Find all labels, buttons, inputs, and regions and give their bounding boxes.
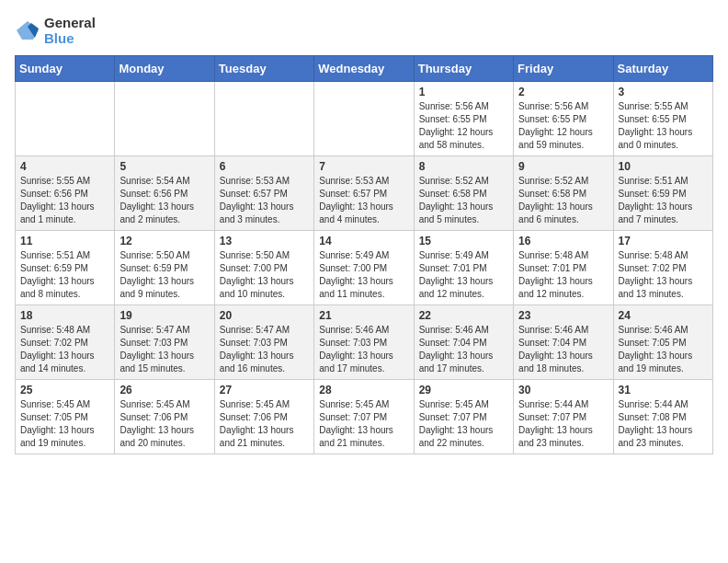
calendar-cell: 5Sunrise: 5:54 AM Sunset: 6:56 PM Daylig…	[115, 156, 214, 231]
calendar-cell: 16Sunrise: 5:48 AM Sunset: 7:01 PM Dayli…	[514, 231, 613, 305]
calendar-cell: 10Sunrise: 5:51 AM Sunset: 6:59 PM Dayli…	[613, 156, 712, 231]
day-number: 20	[220, 309, 309, 322]
day-number: 25	[20, 384, 109, 396]
day-number: 4	[20, 160, 109, 173]
weekday-sunday: Sunday	[16, 56, 115, 82]
calendar-cell: 26Sunrise: 5:45 AM Sunset: 7:06 PM Dayli…	[115, 380, 214, 454]
calendar-cell: 1Sunrise: 5:56 AM Sunset: 6:55 PM Daylig…	[414, 82, 513, 156]
day-info: Sunrise: 5:44 AM Sunset: 7:07 PM Dayligh…	[518, 398, 608, 450]
calendar-cell: 2Sunrise: 5:56 AM Sunset: 6:55 PM Daylig…	[514, 82, 613, 156]
day-info: Sunrise: 5:52 AM Sunset: 6:58 PM Dayligh…	[518, 175, 608, 226]
day-number: 18	[20, 309, 109, 322]
day-number: 22	[419, 309, 508, 322]
day-number: 3	[619, 86, 708, 98]
day-info: Sunrise: 5:50 AM Sunset: 7:00 PM Dayligh…	[220, 249, 309, 301]
calendar-cell: 18Sunrise: 5:48 AM Sunset: 7:02 PM Dayli…	[16, 305, 115, 380]
calendar-cell: 21Sunrise: 5:46 AM Sunset: 7:03 PM Dayli…	[314, 305, 414, 380]
calendar-cell: 11Sunrise: 5:51 AM Sunset: 6:59 PM Dayli…	[16, 231, 115, 305]
calendar-cell: 13Sunrise: 5:50 AM Sunset: 7:00 PM Dayli…	[214, 231, 313, 305]
day-info: Sunrise: 5:48 AM Sunset: 7:01 PM Dayligh…	[518, 249, 608, 301]
day-info: Sunrise: 5:54 AM Sunset: 6:56 PM Dayligh…	[119, 175, 209, 226]
day-info: Sunrise: 5:49 AM Sunset: 7:01 PM Dayligh…	[419, 249, 508, 301]
day-info: Sunrise: 5:45 AM Sunset: 7:07 PM Dayligh…	[419, 398, 508, 450]
day-number: 26	[119, 384, 209, 396]
calendar-week-2: 4Sunrise: 5:55 AM Sunset: 6:56 PM Daylig…	[16, 156, 713, 231]
calendar-cell	[314, 82, 414, 156]
calendar-cell: 6Sunrise: 5:53 AM Sunset: 6:57 PM Daylig…	[214, 156, 313, 231]
day-number: 13	[220, 235, 309, 247]
day-number: 8	[419, 160, 508, 173]
day-number: 2	[518, 86, 608, 98]
day-info: Sunrise: 5:48 AM Sunset: 7:02 PM Dayligh…	[619, 249, 708, 301]
day-info: Sunrise: 5:45 AM Sunset: 7:06 PM Dayligh…	[119, 398, 209, 450]
calendar-cell: 23Sunrise: 5:46 AM Sunset: 7:04 PM Dayli…	[514, 305, 613, 380]
weekday-header-row: SundayMondayTuesdayWednesdayThursdayFrid…	[16, 56, 713, 82]
day-number: 19	[119, 309, 209, 322]
day-info: Sunrise: 5:53 AM Sunset: 6:57 PM Dayligh…	[319, 175, 408, 226]
calendar-cell: 27Sunrise: 5:45 AM Sunset: 7:06 PM Dayli…	[214, 380, 313, 454]
calendar-cell: 7Sunrise: 5:53 AM Sunset: 6:57 PM Daylig…	[314, 156, 414, 231]
weekday-tuesday: Tuesday	[214, 56, 313, 82]
day-info: Sunrise: 5:48 AM Sunset: 7:02 PM Dayligh…	[20, 324, 109, 375]
day-number: 17	[619, 235, 708, 247]
day-info: Sunrise: 5:50 AM Sunset: 6:59 PM Dayligh…	[119, 249, 209, 301]
calendar-cell: 20Sunrise: 5:47 AM Sunset: 7:03 PM Dayli…	[214, 305, 313, 380]
calendar-table: SundayMondayTuesdayWednesdayThursdayFrid…	[15, 55, 713, 454]
day-info: Sunrise: 5:49 AM Sunset: 7:00 PM Dayligh…	[319, 249, 408, 301]
calendar-cell: 31Sunrise: 5:44 AM Sunset: 7:08 PM Dayli…	[613, 380, 712, 454]
calendar-week-5: 25Sunrise: 5:45 AM Sunset: 7:05 PM Dayli…	[16, 380, 713, 454]
day-info: Sunrise: 5:45 AM Sunset: 7:06 PM Dayligh…	[220, 398, 309, 450]
weekday-friday: Friday	[514, 56, 613, 82]
calendar-cell: 19Sunrise: 5:47 AM Sunset: 7:03 PM Dayli…	[115, 305, 214, 380]
day-number: 28	[319, 384, 408, 396]
calendar-cell: 15Sunrise: 5:49 AM Sunset: 7:01 PM Dayli…	[414, 231, 513, 305]
day-info: Sunrise: 5:55 AM Sunset: 6:55 PM Dayligh…	[619, 100, 708, 152]
calendar-cell: 30Sunrise: 5:44 AM Sunset: 7:07 PM Dayli…	[514, 380, 613, 454]
day-number: 1	[419, 86, 508, 98]
weekday-saturday: Saturday	[613, 56, 712, 82]
day-number: 27	[220, 384, 309, 396]
logo: General Blue	[15, 15, 96, 46]
calendar-cell: 17Sunrise: 5:48 AM Sunset: 7:02 PM Dayli…	[613, 231, 712, 305]
day-number: 10	[619, 160, 708, 173]
day-number: 9	[518, 160, 608, 173]
day-number: 15	[419, 235, 508, 247]
day-number: 6	[220, 160, 309, 173]
day-info: Sunrise: 5:51 AM Sunset: 6:59 PM Dayligh…	[20, 249, 109, 301]
day-number: 21	[319, 309, 408, 322]
day-info: Sunrise: 5:56 AM Sunset: 6:55 PM Dayligh…	[518, 100, 608, 152]
day-info: Sunrise: 5:52 AM Sunset: 6:58 PM Dayligh…	[419, 175, 508, 226]
day-number: 7	[319, 160, 408, 173]
calendar-cell: 3Sunrise: 5:55 AM Sunset: 6:55 PM Daylig…	[613, 82, 712, 156]
day-info: Sunrise: 5:46 AM Sunset: 7:03 PM Dayligh…	[319, 324, 408, 375]
day-number: 16	[518, 235, 608, 247]
calendar-week-1: 1Sunrise: 5:56 AM Sunset: 6:55 PM Daylig…	[16, 82, 713, 156]
day-info: Sunrise: 5:45 AM Sunset: 7:07 PM Dayligh…	[319, 398, 408, 450]
day-info: Sunrise: 5:44 AM Sunset: 7:08 PM Dayligh…	[619, 398, 708, 450]
day-info: Sunrise: 5:47 AM Sunset: 7:03 PM Dayligh…	[119, 324, 209, 375]
day-info: Sunrise: 5:53 AM Sunset: 6:57 PM Dayligh…	[220, 175, 309, 226]
day-number: 14	[319, 235, 408, 247]
day-info: Sunrise: 5:46 AM Sunset: 7:05 PM Dayligh…	[619, 324, 708, 375]
day-info: Sunrise: 5:56 AM Sunset: 6:55 PM Dayligh…	[419, 100, 508, 152]
day-number: 30	[518, 384, 608, 396]
day-number: 23	[518, 309, 608, 322]
logo-icon	[15, 19, 40, 41]
calendar-cell: 12Sunrise: 5:50 AM Sunset: 6:59 PM Dayli…	[115, 231, 214, 305]
day-info: Sunrise: 5:46 AM Sunset: 7:04 PM Dayligh…	[518, 324, 608, 375]
calendar-cell: 14Sunrise: 5:49 AM Sunset: 7:00 PM Dayli…	[314, 231, 414, 305]
calendar-cell: 28Sunrise: 5:45 AM Sunset: 7:07 PM Dayli…	[314, 380, 414, 454]
calendar-cell: 9Sunrise: 5:52 AM Sunset: 6:58 PM Daylig…	[514, 156, 613, 231]
day-info: Sunrise: 5:45 AM Sunset: 7:05 PM Dayligh…	[20, 398, 109, 450]
calendar-week-3: 11Sunrise: 5:51 AM Sunset: 6:59 PM Dayli…	[16, 231, 713, 305]
calendar-cell: 22Sunrise: 5:46 AM Sunset: 7:04 PM Dayli…	[414, 305, 513, 380]
calendar-cell	[214, 82, 313, 156]
day-number: 29	[419, 384, 508, 396]
weekday-wednesday: Wednesday	[314, 56, 414, 82]
day-info: Sunrise: 5:47 AM Sunset: 7:03 PM Dayligh…	[220, 324, 309, 375]
day-number: 12	[119, 235, 209, 247]
calendar-cell: 29Sunrise: 5:45 AM Sunset: 7:07 PM Dayli…	[414, 380, 513, 454]
calendar-week-4: 18Sunrise: 5:48 AM Sunset: 7:02 PM Dayli…	[16, 305, 713, 380]
day-info: Sunrise: 5:51 AM Sunset: 6:59 PM Dayligh…	[619, 175, 708, 226]
calendar-cell	[115, 82, 214, 156]
